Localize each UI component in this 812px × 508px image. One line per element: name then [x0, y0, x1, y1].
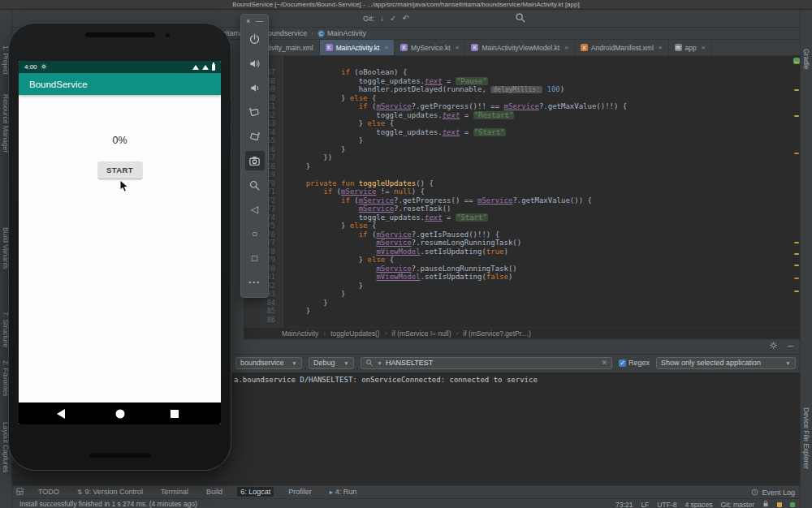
code-breadcrumb-item[interactable]: MainActivity	[282, 329, 318, 338]
close-tab-icon[interactable]: ×	[702, 44, 706, 51]
code-line: mService?.resumeLongRunningTask()	[288, 239, 792, 248]
phone-clock: 4:00	[24, 63, 37, 71]
vcs-update-icon[interactable]: ↓	[380, 14, 384, 23]
editor-tab[interactable]: KMainActivity.kt×	[320, 40, 395, 55]
logcat-settings-gear-icon[interactable]	[769, 341, 778, 351]
tool-window-button[interactable]: ⇅9: Version Control	[74, 487, 146, 497]
close-tab-icon[interactable]: ×	[456, 44, 460, 51]
warning-mark[interactable]	[794, 115, 799, 117]
volume-down-icon[interactable]	[245, 78, 265, 97]
emulator-toolbar: × — ◁○□···	[240, 14, 269, 298]
indent-widget[interactable]: 4 spaces	[685, 501, 712, 508]
warning-mark[interactable]	[794, 253, 799, 255]
code-breadcrumb-item[interactable]: if (mService?.getPr…)	[463, 329, 531, 338]
start-button[interactable]: START	[98, 161, 142, 179]
warning-mark[interactable]	[794, 242, 799, 243]
overview-icon[interactable]: □	[245, 248, 265, 268]
code-line: }	[288, 299, 792, 308]
warning-mark[interactable]	[794, 62, 799, 63]
clear-search-icon[interactable]: ✕	[601, 359, 607, 367]
close-tab-icon[interactable]: ×	[659, 44, 663, 51]
code-line: if (oBoolean) {	[288, 68, 792, 77]
screenshot-icon[interactable]	[245, 151, 265, 170]
more-icon[interactable]: ···	[245, 273, 265, 292]
tool-stripe-button[interactable]: Gradle	[802, 49, 810, 70]
logcat-filter-dropdown[interactable]: Show only selected application▼	[656, 357, 796, 369]
warning-mark[interactable]	[794, 89, 799, 91]
home-icon[interactable]: ○	[245, 224, 265, 243]
code-line: } else {	[288, 222, 792, 230]
editor-breadcrumbs: MainActivity›toggleUpdates()›if (mServic…	[244, 327, 801, 339]
status-message[interactable]: Install successfully finished in 1 s 274…	[19, 500, 197, 508]
editor-code[interactable]: if (oBoolean) { toggle_updates.text = "P…	[283, 55, 792, 328]
rotate-right-icon[interactable]	[245, 127, 265, 146]
logcat-level-dropdown[interactable]: Debug▼	[309, 357, 354, 369]
warning-mark[interactable]	[794, 291, 799, 292]
emulator-collapse-icon[interactable]: —	[256, 17, 263, 25]
logcat-minimize-icon[interactable]: ─	[788, 342, 793, 351]
tool-windows-grid-icon[interactable]	[16, 488, 24, 497]
zoom-icon[interactable]	[245, 175, 265, 195]
breadcrumb-item[interactable]: CMainActivity	[317, 29, 366, 37]
code-area[interactable]: 5758596061626364656667686970717273747576…	[244, 55, 792, 328]
android-studio-window: BoundService [~/Documents/Bound-Service]…	[0, 0, 812, 508]
rotate-left-icon[interactable]	[245, 102, 265, 122]
emulator-window[interactable]: 4:00 BoundService 0% START	[8, 23, 231, 471]
git-label: Git:	[363, 15, 374, 23]
search-everywhere-icon[interactable]	[515, 12, 526, 27]
android-home-icon[interactable]	[115, 409, 124, 418]
search-icon	[365, 359, 374, 367]
phone-screen[interactable]: 4:00 BoundService 0% START	[19, 61, 221, 424]
indicator-chip-1	[777, 502, 782, 507]
editor-tab[interactable]: xAndroidManifest.xml×	[575, 40, 669, 55]
tool-window-bar: TODO⇅9: Version ControlTerminalBuild6: L…	[11, 485, 801, 497]
caret-position-widget[interactable]: 73:21	[615, 501, 633, 508]
code-breadcrumb-item[interactable]: toggleUpdates()	[330, 329, 379, 338]
tab-label: AndroidManifest.xml	[591, 44, 654, 52]
warning-mark[interactable]	[794, 153, 799, 154]
code-breadcrumb-item[interactable]: if (mService != null)	[392, 329, 451, 338]
vcs-rollback-icon[interactable]: ↶	[402, 14, 408, 23]
vcs-commit-icon[interactable]: ✓	[390, 14, 396, 23]
tool-window-button[interactable]: Profiler	[285, 487, 315, 497]
git-branch-widget[interactable]: Git: master	[720, 501, 754, 508]
close-tab-icon[interactable]: ×	[384, 44, 388, 51]
line-separator-widget[interactable]: LF	[641, 501, 649, 508]
warning-mark[interactable]	[794, 278, 799, 279]
volume-up-icon[interactable]	[245, 54, 265, 73]
code-line: }	[288, 136, 792, 145]
logcat-process-dropdown[interactable]: boundservice▼	[235, 357, 302, 369]
tool-window-button[interactable]: ▸4: Run	[326, 487, 361, 497]
code-line: mService?.pauseLongRunningTask()	[288, 265, 792, 273]
line-number: 86	[244, 316, 275, 325]
phone-volume-button	[231, 101, 233, 125]
warning-mark[interactable]	[794, 265, 799, 266]
tool-window-button[interactable]: 6: Logcat	[237, 487, 274, 497]
tool-window-button[interactable]: Build	[203, 487, 226, 497]
chevron-down-icon: ▼	[343, 360, 349, 366]
emulator-close-icon[interactable]: ×	[246, 17, 250, 25]
tool-stripe-button[interactable]: Device File Explorer	[802, 407, 810, 469]
editor-tab[interactable]: mapp×	[669, 40, 712, 55]
back-icon[interactable]: ◁	[245, 200, 265, 219]
search-options-chevron-icon[interactable]: ▼	[377, 360, 382, 366]
editor-tab[interactable]: KMyService.kt×	[395, 40, 465, 55]
tool-window-button[interactable]: Terminal	[158, 487, 192, 497]
regex-checkbox[interactable]: ✓ Regex	[619, 359, 650, 367]
tool-window-button-label: Profiler	[288, 488, 312, 496]
lock-icon[interactable]	[762, 500, 769, 508]
android-overview-icon[interactable]	[171, 410, 179, 418]
editor-tabs: xactivity_main.xmlKMainActivity.kt×KMySe…	[244, 40, 801, 56]
logcat-search-value: HANSELTEST	[386, 359, 433, 367]
android-back-icon[interactable]	[57, 409, 65, 419]
power-icon[interactable]	[245, 29, 265, 49]
phone-speaker-top	[85, 32, 155, 37]
line-number: 85	[244, 307, 275, 316]
logcat-search-input[interactable]: ▼ HANSELTEST ✕	[361, 357, 612, 369]
breadcrumb-separator: ›	[311, 30, 313, 37]
editor-tab[interactable]: KMainActivityViewModel.kt×	[465, 40, 574, 55]
close-tab-icon[interactable]: ×	[564, 44, 568, 51]
tool-window-button[interactable]: TODO	[35, 487, 63, 497]
encoding-widget[interactable]: UTF-8	[657, 501, 676, 508]
event-log-button[interactable]: Event Log	[751, 486, 795, 498]
